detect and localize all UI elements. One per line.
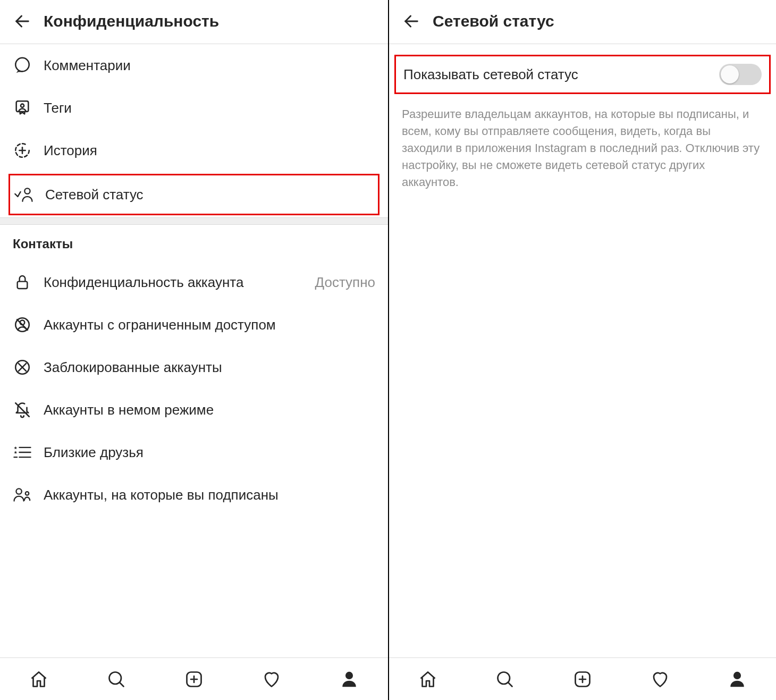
following-icon: [13, 485, 32, 504]
toggle-label: Показывать сетевой статус: [403, 66, 578, 83]
arrow-left-icon: [13, 12, 31, 30]
highlight-toggle: Показывать сетевой статус: [394, 55, 771, 94]
nav-activity[interactable]: [648, 668, 672, 691]
page-title: Конфиденциальность: [44, 12, 219, 30]
row-label: Конфиденциальность аккаунта: [44, 274, 303, 291]
row-label: Аккаунты с ограниченным доступом: [44, 317, 375, 333]
row-label: Аккаунты в немом режиме: [44, 402, 375, 418]
svg-point-6: [24, 188, 30, 193]
row-blocked[interactable]: Заблокированные аккаунты: [0, 346, 388, 389]
row-label: Аккаунты, на которые вы подписаны: [44, 487, 375, 503]
privacy-list: Комментарии Теги История Сетевой статус …: [0, 44, 388, 657]
close-friends-icon: [13, 443, 32, 462]
highlight-network-status: Сетевой статус: [9, 174, 379, 215]
row-comments[interactable]: Комментарии: [0, 44, 388, 87]
header: Сетевой статус: [389, 0, 776, 44]
row-close-friends[interactable]: Близкие друзья: [0, 431, 388, 474]
comment-icon: [13, 56, 32, 75]
row-label: Заблокированные аккаунты: [44, 359, 375, 376]
bottom-nav: [0, 657, 388, 700]
back-button[interactable]: [11, 10, 34, 33]
activity-status-screen: Сетевой статус Показывать сетевой статус…: [388, 0, 776, 700]
row-following[interactable]: Аккаунты, на которые вы подписаны: [0, 474, 388, 516]
restricted-icon: [13, 315, 32, 334]
back-button[interactable]: [400, 10, 423, 33]
svg-point-1: [15, 58, 29, 71]
row-trailing: Доступно: [315, 274, 375, 291]
svg-point-22: [26, 492, 29, 495]
arrow-left-icon: [402, 12, 420, 30]
row-label: Теги: [44, 100, 375, 116]
tag-icon: [13, 98, 32, 117]
section-divider: [0, 217, 388, 225]
row-label: История: [44, 142, 375, 159]
setting-description: Разрешите владельцам аккаунтов, на котор…: [389, 94, 776, 202]
section-title-contacts: Контакты: [0, 225, 388, 261]
page-title: Сетевой статус: [433, 12, 554, 30]
row-tags[interactable]: Теги: [0, 87, 388, 129]
row-restricted[interactable]: Аккаунты с ограниченным доступом: [0, 303, 388, 346]
svg-rect-7: [18, 282, 28, 289]
svg-line-31: [508, 682, 512, 687]
muted-bell-icon: [13, 400, 32, 419]
row-muted[interactable]: Аккаунты в немом режиме: [0, 389, 388, 431]
header: Конфиденциальность: [0, 0, 388, 44]
blocked-icon: [13, 358, 32, 377]
svg-point-21: [16, 488, 21, 494]
nav-add[interactable]: [182, 668, 206, 691]
nav-add[interactable]: [571, 668, 594, 691]
row-network-status[interactable]: Сетевой статус: [10, 175, 378, 214]
privacy-screen: Конфиденциальность Комментарии Теги Исто…: [0, 0, 388, 700]
row-label: Сетевой статус: [45, 187, 374, 203]
nav-search[interactable]: [493, 668, 517, 691]
nav-search[interactable]: [105, 668, 128, 691]
row-story[interactable]: История: [0, 129, 388, 172]
story-icon: [13, 141, 32, 160]
show-activity-toggle[interactable]: [719, 64, 762, 85]
svg-line-24: [120, 682, 124, 687]
activity-status-icon: [14, 185, 33, 204]
svg-point-35: [733, 671, 741, 679]
svg-point-3: [21, 104, 24, 107]
bottom-nav: [389, 657, 776, 700]
svg-marker-17: [14, 451, 17, 454]
svg-rect-2: [16, 101, 29, 112]
row-account-privacy[interactable]: Конфиденциальность аккаунта Доступно: [0, 261, 388, 303]
svg-marker-15: [14, 446, 17, 450]
nav-activity[interactable]: [260, 668, 283, 691]
nav-profile[interactable]: [338, 668, 361, 691]
row-label: Комментарии: [44, 57, 375, 74]
svg-point-28: [345, 671, 353, 679]
nav-home[interactable]: [416, 668, 440, 691]
activity-status-content: Показывать сетевой статус Разрешите влад…: [389, 44, 776, 657]
lock-icon: [13, 273, 32, 292]
nav-profile[interactable]: [726, 668, 749, 691]
toggle-knob: [721, 65, 739, 83]
row-label: Близкие друзья: [44, 444, 375, 461]
nav-home[interactable]: [27, 668, 50, 691]
